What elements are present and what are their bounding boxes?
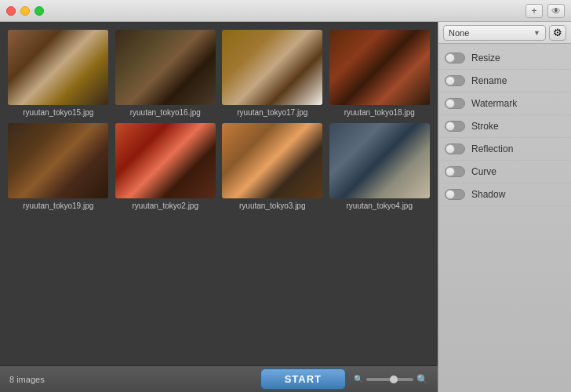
toggle-knob-watermark [446,99,455,108]
image-grid: ryuutan_tokyo15.jpgryuutan_tokyo16.jpgry… [0,22,438,365]
zoom-controls: 🔍 🔍 [354,374,428,385]
image-filename: ryuutan_tokyo18.jpg [329,108,430,117]
toggle-knob-reflection [446,144,455,154]
options-list: ResizeRenameWatermarkStrokeReflectionCur… [438,44,571,209]
toggle-knob-shadow [446,190,455,199]
gear-button[interactable]: ⚙ [549,25,566,41]
option-label-curve: Curve [471,166,496,177]
toggle-knob-stroke [446,122,455,131]
image-count: 8 images [9,375,45,384]
option-row-reflection[interactable]: Reflection [438,138,571,161]
close-button[interactable] [6,6,16,16]
main-layout: ryuutan_tokyo15.jpgryuutan_tokyo16.jpgry… [0,22,571,392]
list-item[interactable]: ryuutan_tokyo3.jpg [222,123,323,210]
image-filename: ryuutan_tokyo2.jpg [115,201,216,210]
option-row-shadow[interactable]: Shadow [438,183,571,206]
image-thumbnail [115,123,216,198]
toggle-curve[interactable] [445,166,465,177]
add-button[interactable]: + [526,4,543,18]
option-row-stroke[interactable]: Stroke [438,115,571,138]
dropdown-bar: None ▼ ⚙ [438,22,571,44]
zoom-slider-thumb [390,376,398,383]
toggle-knob-rename [446,76,455,85]
toggle-watermark[interactable] [445,98,465,109]
option-label-shadow: Shadow [471,189,505,200]
image-thumbnail [329,123,430,198]
image-thumbnail [329,30,430,105]
image-filename: ryuutan_tokyo16.jpg [115,108,216,117]
option-row-watermark[interactable]: Watermark [438,93,571,115]
none-dropdown[interactable]: None ▼ [443,25,546,41]
toggle-resize[interactable] [445,53,465,64]
list-item[interactable]: ryuutan_tokyo18.jpg [329,30,431,117]
image-filename: ryuutan_tokyo19.jpg [8,201,108,210]
option-row-curve[interactable]: Curve [438,161,571,183]
list-item[interactable]: ryuutan_tokyo15.jpg [8,30,109,117]
image-filename: ryuutan_tokyo15.jpg [8,108,108,117]
minimize-button[interactable] [20,6,30,16]
start-button[interactable]: START [260,368,346,390]
list-item[interactable]: ryuutan_tokyo2.jpg [115,123,216,210]
toggle-knob-resize [446,53,455,63]
option-label-rename: Rename [471,75,507,86]
toggle-rename[interactable] [445,75,465,86]
right-panel: None ▼ ⚙ ResizeRenameWatermarkStrokeRefl… [438,22,571,392]
option-label-reflection: Reflection [471,143,513,154]
toggle-shadow[interactable] [445,189,465,200]
list-item[interactable]: ryuutan_tokyo17.jpg [222,30,323,117]
option-row-resize[interactable]: Resize [438,47,571,70]
gear-icon: ⚙ [553,27,562,38]
image-filename: ryuutan_tokyo4.jpg [329,201,430,210]
option-label-resize: Resize [471,53,500,64]
zoom-slider[interactable] [366,378,413,381]
image-thumbnail [222,123,322,198]
toggle-stroke[interactable] [445,121,465,132]
chevron-down-icon: ▼ [533,29,540,37]
bottom-bar: 8 images START 🔍 🔍 [0,365,438,392]
list-item[interactable]: ryuutan_tokyo4.jpg [329,123,431,210]
option-label-watermark: Watermark [471,98,517,109]
image-thumbnail [222,30,322,105]
dropdown-value: None [449,28,469,38]
image-filename: ryuutan_tokyo17.jpg [222,108,322,117]
toggle-knob-curve [446,167,455,176]
image-thumbnail [115,30,216,105]
toggle-reflection[interactable] [445,143,465,154]
image-thumbnail [8,30,108,105]
image-filename: ryuutan_tokyo3.jpg [222,201,322,210]
titlebar: + 👁 [0,0,571,22]
eye-icon: 👁 [551,5,561,16]
list-item[interactable]: ryuutan_tokyo19.jpg [8,123,109,210]
zoom-in-icon: 🔍 [416,374,428,385]
view-button[interactable]: 👁 [547,4,565,18]
option-row-rename[interactable]: Rename [438,70,571,93]
list-item[interactable]: ryuutan_tokyo16.jpg [115,30,216,117]
zoom-out-icon: 🔍 [354,375,363,383]
image-panel: ryuutan_tokyo15.jpgryuutan_tokyo16.jpgry… [0,22,438,392]
maximize-button[interactable] [35,6,44,16]
option-label-stroke: Stroke [471,121,499,132]
image-thumbnail [8,123,108,198]
